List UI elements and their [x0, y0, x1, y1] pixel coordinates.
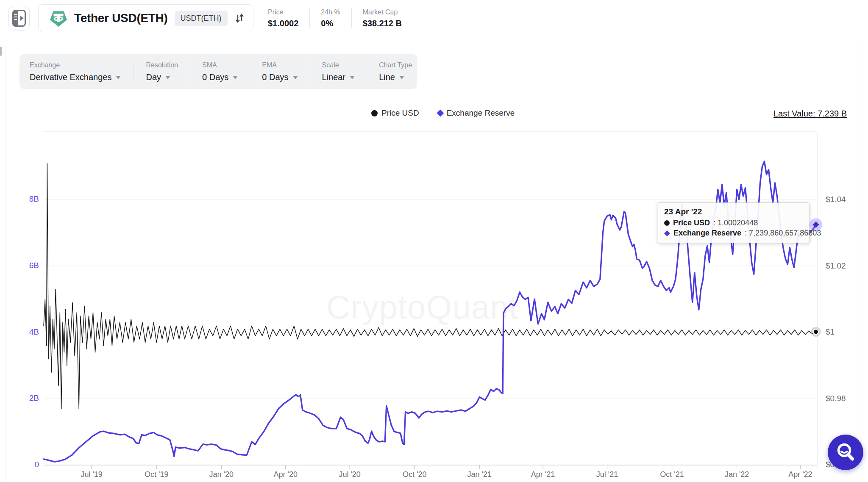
tooltip-date: 23 Apr '22 [664, 207, 803, 216]
chart-area[interactable]: CryptoQuant 23 Apr '22 Price USD: 1.0002… [0, 0, 868, 482]
legend-item-label: Price USD [381, 108, 419, 118]
tooltip-row-exchange-reserve: Exchange Reserve: 7,239,860,657.86803 [664, 229, 803, 238]
last-value-link[interactable]: Last Value: 7.239 B [773, 109, 847, 119]
diamond-marker-icon [664, 230, 670, 236]
asset-card[interactable]: Tether USD(ETH) USDT(ETH) [38, 4, 253, 32]
metric-value: 0% [321, 19, 340, 28]
x-axis-label: Jul '19 [66, 470, 117, 479]
chart-legend: Price USDExchange Reserve [371, 108, 515, 118]
tooltip-series-name: Exchange Reserve [673, 229, 741, 238]
metric-market-cap: Market Cap$38.212 B [351, 8, 413, 28]
tooltip-series-name: Price USD [673, 219, 710, 227]
metrics-bar: Price$1.000224h %0%Market Cap$38.212 B [268, 4, 413, 32]
legend-item-exchange-reserve[interactable]: Exchange Reserve [438, 108, 515, 118]
page-title: Tether USD(ETH) [74, 11, 168, 25]
y-axis-label-left: 0 [13, 460, 39, 469]
x-axis-label: Apr '21 [517, 470, 568, 479]
x-axis-label: Jan '21 [454, 470, 505, 479]
metric-24h: 24h %0% [309, 8, 351, 28]
tooltip-series-value: : 1.00020448 [713, 219, 758, 227]
y-axis-label-left: 6B [13, 261, 39, 270]
y-axis-label-right: $1 [826, 327, 835, 337]
y-axis-label-left: 4B [13, 327, 39, 337]
magnifier-icon [835, 441, 857, 463]
price-end-marker [811, 327, 821, 337]
y-axis-label-right: $1.02 [826, 261, 846, 271]
tooltip-series-value: : 7,239,860,657.86803 [745, 229, 821, 238]
tether-logo-icon [50, 9, 67, 27]
metric-label: 24h % [321, 8, 340, 16]
metric-value: $38.212 B [363, 19, 402, 28]
y-axis-label-left: 2B [13, 393, 39, 403]
x-axis-label: Oct '21 [647, 470, 698, 479]
asset-symbol-badge: USDT(ETH) [175, 11, 228, 26]
sidebar-toggle-button[interactable] [8, 6, 30, 30]
metric-label: Market Cap [363, 8, 402, 16]
y-axis-label-left: 8B [13, 194, 39, 204]
sidebar-toggle-icon [12, 10, 26, 27]
y-axis-label-right: $0.98 [826, 394, 846, 403]
y-axis-label-right: $1.04 [826, 195, 846, 204]
x-axis-label: Oct '19 [131, 470, 182, 479]
x-axis-label: Jan '22 [712, 470, 762, 479]
x-axis-label: Jan '20 [196, 470, 247, 479]
chart-tooltip: 23 Apr '22 Price USD: 1.00020448Exchange… [658, 202, 810, 243]
x-axis-label: Apr '22 [775, 470, 826, 479]
x-axis-label: Jul '20 [324, 470, 375, 479]
metric-price: Price$1.0002 [268, 8, 309, 28]
price-usd-line [44, 163, 816, 409]
metric-value: $1.0002 [268, 19, 298, 28]
sort-arrows-icon[interactable] [234, 12, 245, 24]
zoom-fab-button[interactable] [828, 435, 863, 470]
x-axis-label: Apr '20 [260, 470, 311, 479]
diamond-marker-icon [437, 110, 444, 117]
legend-item-price-usd[interactable]: Price USD [371, 108, 419, 118]
circle-marker-icon [664, 220, 670, 226]
app-header: Tether USD(ETH) USDT(ETH) Price$1.000224… [0, 0, 868, 45]
tooltip-row-price-usd: Price USD: 1.00020448 [664, 219, 803, 227]
metric-label: Price [268, 8, 298, 16]
legend-item-label: Exchange Reserve [447, 108, 515, 118]
circle-marker-icon [371, 110, 378, 116]
x-axis-label: Oct '20 [389, 470, 440, 479]
x-axis-label: Jul '21 [581, 470, 632, 479]
